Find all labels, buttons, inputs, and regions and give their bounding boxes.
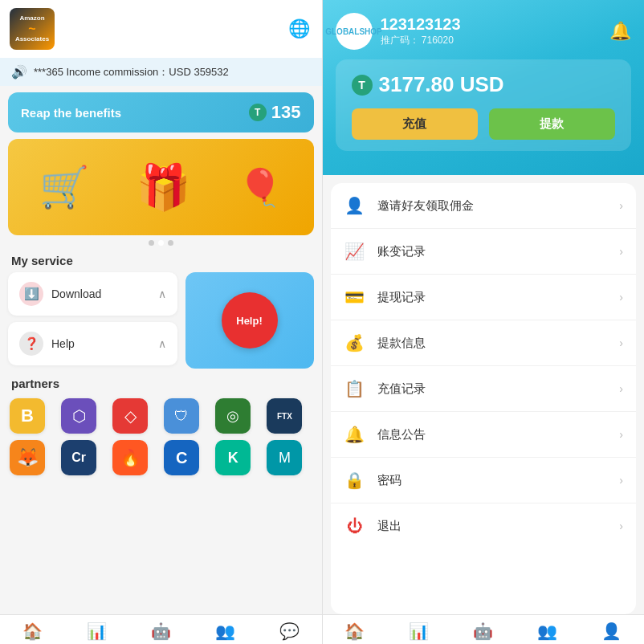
partner-coinbase[interactable]: C — [164, 440, 199, 475]
menu-announcement-label: 信息公告 — [377, 427, 609, 442]
chart-icon: 📊 — [87, 622, 107, 641]
menu-password[interactable]: 🔒 密码 › — [331, 458, 637, 503]
chevron-right-announcement: › — [619, 428, 623, 441]
partner-ftx[interactable]: FTX — [267, 398, 302, 434]
menu-withdraw-record[interactable]: 💳 提现记录 › — [331, 275, 637, 320]
promo-content: 🛒 🎁 🎈 — [8, 161, 314, 214]
my-service-title: My service — [0, 246, 322, 272]
announcement-icon: 🔔 — [344, 423, 366, 446]
nav-message[interactable]: 💬 — [257, 622, 321, 641]
nav-users[interactable]: 👥 — [193, 622, 257, 641]
partner-shield[interactable]: 🛡 — [164, 398, 199, 434]
menu-recharge-record[interactable]: 📋 充值记录 › — [331, 366, 637, 412]
user-id: 123123123 — [381, 15, 461, 34]
ticker-bar: 🔊 ***365 Income commission：USD 359532 — [0, 58, 322, 86]
balloon-icon: 🎈 — [238, 166, 283, 209]
user-info: 123123123 推广码： 716020 — [381, 15, 461, 47]
right-header: GLOBAL SHOP 123123123 推广码： 716020 🔔 T 31… — [323, 0, 645, 175]
account-record-icon: 📈 — [344, 240, 366, 263]
service-item-left: ⬇️ Download — [19, 282, 101, 306]
right-nav-home[interactable]: 🏠 — [323, 622, 387, 641]
globe-icon[interactable]: 🌐 — [287, 16, 312, 42]
menu-invite-label: 邀请好友领取佣金 — [377, 198, 609, 214]
left-header: Amazon ~ Associates 🌐 — [0, 0, 322, 58]
chevron-right-account: › — [619, 245, 623, 258]
tether-badge: T — [249, 104, 267, 121]
right-nav-users[interactable]: 👥 — [516, 622, 580, 641]
ticker-text: ***365 Income commission：USD 359532 — [34, 65, 229, 79]
nav-bot[interactable]: 🤖 — [128, 622, 193, 641]
right-nav-chart[interactable]: 📊 — [387, 622, 451, 641]
partner-kucoin[interactable]: K — [215, 440, 251, 475]
withdraw-button[interactable]: 提款 — [489, 108, 615, 140]
banner-amount: 135 — [271, 102, 301, 123]
menu-announcement[interactable]: 🔔 信息公告 › — [331, 412, 637, 458]
partner-binance[interactable]: B — [10, 398, 45, 434]
menu-withdraw-info[interactable]: 💰 提款信息 › — [331, 320, 637, 366]
menu-invite[interactable]: 👤 邀请好友领取佣金 › — [331, 183, 637, 229]
speaker-icon: 🔊 — [11, 64, 27, 79]
recharge-button[interactable]: 充值 — [352, 108, 478, 140]
shop-name-line2: SHOP — [359, 27, 381, 36]
invite-icon: 👤 — [344, 194, 366, 217]
service-left: ⬇️ Download ∧ ❓ Help ∧ — [8, 272, 177, 369]
banner-card: Reap the benefits T 135 — [8, 92, 314, 132]
home-icon: 🏠 — [22, 622, 43, 641]
dot-3[interactable] — [168, 240, 173, 246]
help-label: Help — [51, 337, 75, 350]
message-icon: 💬 — [279, 622, 300, 641]
menu-list: 👤 邀请好友领取佣金 › 📈 账变记录 › 💳 提现记录 › 💰 提款信息 › … — [331, 183, 637, 614]
promo-code-value: 716020 — [422, 35, 454, 46]
left-panel: Amazon ~ Associates 🌐 🔊 ***365 Income co… — [0, 0, 322, 644]
balance-actions: 充值 提款 — [352, 108, 616, 140]
partner-mx[interactable]: ⬡ — [61, 398, 96, 434]
password-icon: 🔒 — [344, 469, 366, 491]
amazon-logo: Amazon ~ Associates — [10, 8, 55, 50]
download-icon: ⬇️ — [19, 282, 43, 306]
menu-withdraw-label: 提现记录 — [377, 290, 609, 305]
right-bottom-nav: 🏠 📊 🤖 👥 👤 — [323, 614, 645, 644]
help-card[interactable]: Help! — [185, 272, 314, 369]
left-bottom-nav: 🏠 📊 🤖 👥 💬 — [0, 614, 322, 644]
partner-cro[interactable]: Cr — [61, 440, 96, 475]
right-chart-icon: 📊 — [409, 622, 429, 641]
promo-area: 🛒 🎁 🎈 — [8, 139, 314, 235]
menu-logout[interactable]: ⏻ 退出 › — [331, 503, 637, 548]
partner-brave[interactable]: 🔥 — [112, 440, 148, 475]
nav-home[interactable]: 🏠 — [0, 622, 64, 641]
cart-icon: 🛒 — [39, 164, 89, 210]
balance-amount: T 3177.80 USD — [352, 72, 616, 97]
promo-code: 推广码： 716020 — [381, 34, 461, 47]
right-nav-bot[interactable]: 🤖 — [451, 622, 516, 641]
partner-cm[interactable]: M — [267, 440, 302, 475]
menu-password-label: 密码 — [377, 473, 609, 488]
partner-metamask[interactable]: 🦊 — [10, 440, 45, 475]
right-header-top: GLOBAL SHOP 123123123 推广码： 716020 🔔 — [336, 13, 632, 50]
nav-chart[interactable]: 📊 — [64, 622, 128, 641]
carousel-dots — [0, 240, 322, 246]
dot-2[interactable] — [158, 240, 164, 246]
menu-recharge-label: 充值记录 — [377, 381, 609, 397]
chevron-down-icon-help: ∧ — [158, 337, 166, 350]
right-home-icon: 🏠 — [344, 622, 365, 641]
chevron-right-recharge: › — [619, 382, 623, 395]
partner-grid: B ⬡ ◇ 🛡 ◎ FTX 🦊 Cr 🔥 C K M — [0, 395, 322, 482]
chevron-right-withdraw: › — [619, 291, 623, 304]
right-nav-profile[interactable]: 👤 — [580, 622, 644, 641]
service-item-help[interactable]: ❓ Help ∧ — [8, 322, 177, 365]
logout-icon: ⏻ — [344, 515, 366, 537]
dot-1[interactable] — [149, 240, 154, 246]
partner-gate[interactable]: ◇ — [112, 398, 148, 434]
recharge-record-icon: 📋 — [344, 377, 366, 400]
partner-brd[interactable]: ◎ — [215, 398, 251, 434]
users-icon: 👥 — [215, 622, 235, 641]
withdraw-record-icon: 💳 — [344, 286, 366, 308]
download-label: Download — [51, 287, 101, 300]
partners-title: partners — [0, 369, 322, 395]
service-item-download[interactable]: ⬇️ Download ∧ — [8, 272, 177, 316]
chevron-right-invite: › — [619, 199, 623, 212]
menu-account-record[interactable]: 📈 账变记录 › — [331, 229, 637, 275]
logo-line2: Associates — [15, 35, 49, 43]
bell-icon[interactable]: 🔔 — [609, 21, 631, 42]
menu-account-label: 账变记录 — [377, 244, 609, 259]
